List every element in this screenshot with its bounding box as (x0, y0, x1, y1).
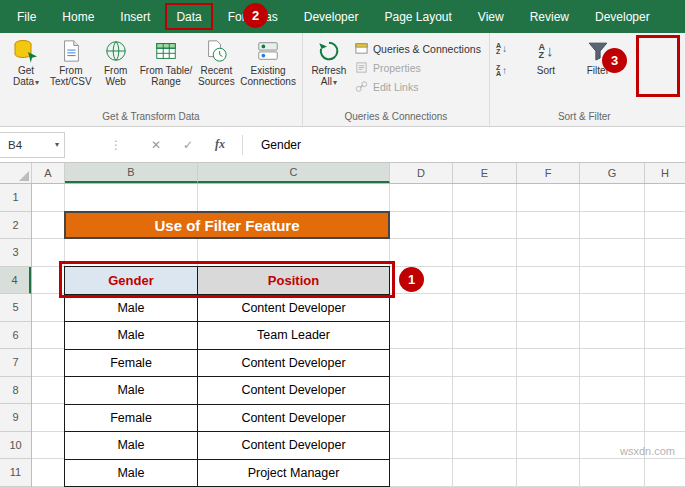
sort-label: Sort (537, 65, 555, 76)
ribbon-group-get-transform-data: Get Data▾ From Text/CSV From Web (0, 33, 303, 126)
table-row: Male Content Developer (65, 432, 390, 460)
table-cell[interactable]: Female (65, 350, 198, 378)
from-text-csv-button[interactable]: From Text/CSV (48, 36, 94, 89)
tab-view[interactable]: View (465, 0, 517, 33)
column-header-g[interactable]: G (580, 163, 645, 183)
row-header-2[interactable]: 2 (0, 212, 31, 240)
table-cell[interactable]: Male (65, 432, 198, 460)
recent-sources-label-line1: Recent (200, 65, 232, 76)
tab-developer-2[interactable]: Developer (582, 0, 663, 33)
column-header-h[interactable]: H (645, 163, 685, 183)
sheet-grid[interactable]: 1 2 3 4 5 6 7 8 9 10 11 Use of Filter Fe… (0, 184, 685, 487)
table-row: Male Project Manager (65, 460, 390, 487)
tab-review[interactable]: Review (517, 0, 582, 33)
row-header-4[interactable]: 4 (0, 267, 31, 295)
select-all-corner[interactable] (0, 163, 32, 183)
sort-ascending-button[interactable]: AZ ↓ (496, 40, 522, 58)
sort-az-icon: AZ (496, 43, 501, 55)
from-table-range-label-line2: Range (151, 76, 180, 87)
table-cell[interactable]: Male (65, 377, 198, 405)
from-text-csv-icon (58, 38, 84, 64)
ribbon-group-queries-connections: Refresh All▾ Queries & Connections (303, 33, 490, 126)
row-header-5[interactable]: 5 (0, 294, 31, 322)
table-cell[interactable]: Content Developer (198, 432, 390, 460)
sort-button[interactable]: AZ ↓ Sort (524, 36, 568, 78)
row-header-6[interactable]: 6 (0, 322, 31, 350)
annotation-box-table-header (59, 261, 395, 298)
group-label-sort-filter: Sort & Filter (490, 110, 685, 126)
tab-insert[interactable]: Insert (107, 0, 163, 33)
table-cell[interactable]: Content Developer (198, 295, 390, 323)
formula-bar-handle-icon[interactable]: ⋮ (110, 138, 122, 152)
queries-connections-button[interactable]: Queries & Connections (351, 39, 485, 58)
dropdown-arrow-icon: ▾ (333, 78, 337, 87)
refresh-all-button[interactable]: Refresh All▾ (307, 36, 351, 90)
table-row: Female Content Developer (65, 405, 390, 433)
row-header-3[interactable]: 3 (0, 239, 31, 267)
table-row: Male Content Developer (65, 377, 390, 405)
recent-sources-label-line2: Sources (198, 76, 235, 87)
from-text-csv-label-line1: From (59, 65, 82, 76)
properties-label: Properties (373, 62, 421, 74)
name-box[interactable]: B4 ▾ (0, 132, 65, 158)
column-header-b[interactable]: B (65, 163, 198, 183)
row-headers: 1 2 3 4 5 6 7 8 9 10 11 (0, 184, 32, 487)
queries-connections-icon (355, 42, 369, 56)
refresh-all-label-line2: All (321, 76, 332, 87)
tab-data[interactable]: Data (165, 3, 212, 30)
name-box-dropdown-icon[interactable]: ▾ (55, 140, 59, 149)
table-cell[interactable]: Male (65, 322, 198, 350)
column-header-f[interactable]: F (517, 163, 580, 183)
recent-sources-button[interactable]: Recent Sources (194, 36, 238, 89)
column-header-c[interactable]: C (198, 163, 390, 183)
from-table-range-button[interactable]: From Table/ Range (138, 36, 195, 89)
row-header-7[interactable]: 7 (0, 349, 31, 377)
table-cell[interactable]: Male (65, 295, 198, 323)
table-cell[interactable]: Content Developer (198, 377, 390, 405)
row-header-1[interactable]: 1 (0, 184, 31, 212)
cancel-button[interactable]: ✕ (140, 133, 172, 157)
get-data-label-line1: Get (18, 65, 34, 76)
table-row: Female Content Developer (65, 350, 390, 378)
existing-connections-label-line1: Existing (251, 65, 286, 76)
table-cell[interactable]: Female (65, 405, 198, 433)
row-header-10[interactable]: 10 (0, 432, 31, 460)
dropdown-arrow-icon: ▾ (35, 78, 39, 87)
tab-file[interactable]: File (4, 0, 49, 33)
column-header-e[interactable]: E (453, 163, 517, 183)
from-web-button[interactable]: From Web (94, 36, 138, 89)
get-data-label-line2: Data (13, 76, 34, 87)
edit-links-button[interactable]: Edit Links (351, 77, 485, 96)
column-header-d[interactable]: D (390, 163, 453, 183)
formula-input[interactable]: Gender (249, 127, 685, 162)
enter-button[interactable]: ✓ (172, 133, 204, 157)
row-header-9[interactable]: 9 (0, 404, 31, 432)
title-banner-cell[interactable]: Use of Filter Feature (64, 211, 390, 239)
table-cell[interactable]: Male (65, 460, 198, 487)
table-cell[interactable]: Content Developer (198, 405, 390, 433)
from-web-label-line2: Web (105, 76, 125, 87)
ribbon-tab-bar: File Home Insert Data Formulas Developer… (0, 0, 685, 33)
column-header-a[interactable]: A (32, 163, 65, 183)
recent-sources-icon (203, 38, 229, 64)
watermark: wsxdn.com (620, 445, 675, 457)
insert-function-button[interactable]: fx (204, 133, 236, 157)
table-cell[interactable]: Project Manager (198, 460, 390, 487)
get-data-button[interactable]: Get Data▾ (4, 36, 48, 90)
group-label-get-transform-data: Get & Transform Data (0, 110, 302, 126)
row-header-8[interactable]: 8 (0, 377, 31, 405)
properties-button[interactable]: Properties (351, 58, 485, 77)
name-box-value: B4 (8, 139, 22, 151)
tab-page-layout[interactable]: Page Layout (371, 0, 464, 33)
table-cell[interactable]: Content Developer (198, 350, 390, 378)
queries-connections-label: Queries & Connections (373, 43, 481, 55)
column-headers: A B C D E F G H (0, 163, 685, 184)
table-row: Male Team Leader (65, 322, 390, 350)
from-text-csv-label-line2: Text/CSV (50, 76, 92, 87)
existing-connections-button[interactable]: Existing Connections (238, 36, 298, 89)
tab-home[interactable]: Home (49, 0, 107, 33)
row-header-11[interactable]: 11 (0, 459, 31, 487)
tab-developer[interactable]: Developer (291, 0, 372, 33)
table-cell[interactable]: Team Leader (198, 322, 390, 350)
sort-descending-button[interactable]: ZA ↑ (496, 62, 522, 80)
